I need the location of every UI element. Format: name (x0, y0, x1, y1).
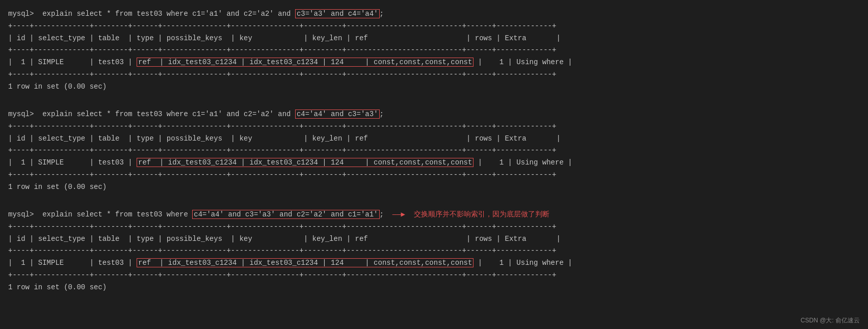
block-3: mysql> explain select * from test03 wher… (8, 209, 860, 294)
prompt-end-1: ; (380, 10, 384, 18)
header-2: | id | select_type | table | type | poss… (8, 133, 860, 145)
separator-2c: +----+-------------+--------+------+----… (8, 169, 860, 181)
row-count-3: 1 row in set (0.00 sec) (8, 282, 860, 294)
prompt-end-2: ; (380, 110, 384, 118)
prompt-text-2: mysql> explain select * from test03 wher… (8, 110, 295, 118)
prompt-line-1: mysql> explain select * from test03 wher… (8, 8, 860, 20)
header-3: | id | select_type | table | type | poss… (8, 233, 860, 245)
prompt-line-3: mysql> explain select * from test03 wher… (8, 209, 860, 221)
highlight-condition-3: c4='a4' and c3='a3' and c2='a2' and c1='… (192, 210, 379, 219)
block-1: mysql> explain select * from test03 wher… (8, 8, 860, 93)
separator-2b: +----+-------------+--------+------+----… (8, 145, 860, 157)
highlight-condition-2: c4='a4' and c3='a3' (295, 109, 380, 119)
row-count-2: 1 row in set (0.00 sec) (8, 181, 860, 194)
separator-3c: +----+-------------+--------+------+----… (8, 269, 860, 282)
separator-1a: +----+-------------+--------+------+----… (8, 20, 860, 33)
prompt-line-2: mysql> explain select * from test03 wher… (8, 108, 860, 121)
separator-1c: +----+-------------+--------+------+----… (8, 69, 860, 81)
data-row-1: | 1 | SIMPLE | test03 | ref | idx_test03… (8, 57, 860, 69)
row-count-1: 1 row in set (0.00 sec) (8, 81, 860, 93)
data-highlight-2: ref | idx_test03_c1234 | idx_test03_c123… (137, 158, 474, 167)
data-row-2: | 1 | SIMPLE | test03 | ref | idx_test03… (8, 157, 860, 169)
terminal: mysql> explain select * from test03 wher… (8, 8, 860, 294)
separator-1b: +----+-------------+--------+------+----… (8, 44, 860, 57)
prompt-text-1: mysql> explain select * from test03 wher… (8, 10, 295, 18)
prompt-text-3: mysql> explain select * from test03 wher… (8, 210, 192, 218)
separator-3a: +----+-------------+--------+------+----… (8, 221, 860, 233)
separator-3b: +----+-------------+--------+------+----… (8, 245, 860, 257)
data-highlight-3: ref | idx_test03_c1234 | idx_test03_c123… (137, 258, 474, 267)
prompt-end-3: ; (380, 210, 384, 218)
annotation-text: 交换顺序并不影响索引，因为底层做了判断 (414, 210, 549, 218)
data-row-3: | 1 | SIMPLE | test03 | ref | idx_test03… (8, 257, 860, 269)
data-highlight-1: ref | idx_test03_c1234 | idx_test03_c123… (137, 58, 474, 67)
block-2: mysql> explain select * from test03 wher… (8, 108, 860, 194)
header-1: | id | select_type | table | type | poss… (8, 33, 860, 45)
separator-2a: +----+-------------+--------+------+----… (8, 121, 860, 133)
highlight-condition-1: c3='a3' and c4='a4' (295, 9, 380, 18)
arrow-icon: ——▶ (392, 210, 405, 218)
footer-text: CSDN @大: 俞亿速云 (801, 316, 860, 325)
